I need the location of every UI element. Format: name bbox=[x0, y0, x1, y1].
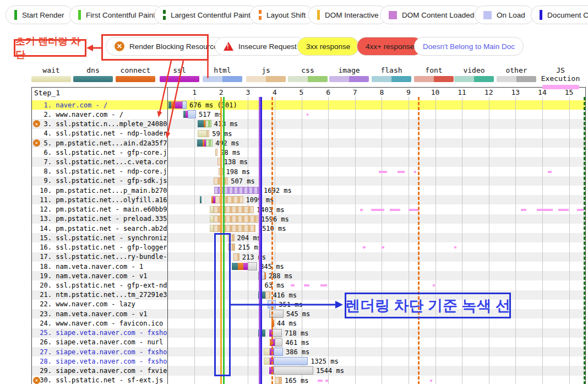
phase-legend-swatch bbox=[372, 76, 411, 82]
badge-insecure-request[interactable]: Insecure Request bbox=[215, 37, 306, 56]
request-row-26[interactable]: 26. siape.veta.naver.com - nurl461 ms bbox=[32, 338, 585, 347]
badge-3xx-response[interactable]: 3xx response bbox=[297, 37, 359, 56]
badge-3xx-label: 3xx response bbox=[306, 42, 350, 51]
request-row-9[interactable]: 9. ssl.pstatic.net - gfp-sdk.js507 ms bbox=[32, 176, 585, 186]
request-url[interactable]: 19. nam.veta.naver.com - v1 bbox=[32, 271, 167, 280]
request-url[interactable]: 21. ntm.pstatic.net...tm_27291e35193e.js bbox=[32, 290, 167, 300]
request-row-18[interactable]: 18. nam.veta.naver.com - 1845 ms bbox=[32, 262, 585, 271]
request-url[interactable]: 27. siape.veta.naver.com - fxshow bbox=[32, 347, 167, 356]
js-execution-mark bbox=[371, 209, 384, 211]
request-row-16[interactable]: 16. ssl.pstatic.net - gfp-logger.js215 m… bbox=[32, 242, 585, 252]
request-row-25[interactable]: 25. siape.veta.naver.com - fxshow718 ms bbox=[32, 328, 585, 338]
metric-pill-on-load[interactable]: On Load bbox=[475, 6, 534, 24]
request-row-13[interactable]: 13. pm.pstatic.net - preload.33507660.js… bbox=[32, 214, 585, 224]
request-row-3[interactable]: 3. ssl.pstatic.n...mplete_240801.css413 … bbox=[32, 119, 585, 128]
request-url[interactable]: 8. ssl.pstatic.net - ndp-core.js bbox=[32, 167, 167, 176]
request-row-17[interactable]: 17. ssl.pstatic.net...ry-bundle-1.0.1.js… bbox=[32, 252, 585, 262]
request-url[interactable]: 30. ssl.pstatic.net - sf-ext.js bbox=[32, 376, 167, 384]
document-complete-line bbox=[260, 97, 262, 384]
request-row-5[interactable]: 5. pm.pstatic.net...ain.d2a35f78.css492 … bbox=[32, 138, 585, 148]
request-url[interactable]: 9. ssl.pstatic.net - gfp-sdk.js bbox=[32, 176, 167, 186]
request-url[interactable]: 17. ssl.pstatic.net...ry-bundle-1.0.1.js bbox=[32, 252, 167, 262]
metric-pill-layout-shift[interactable]: Layout Shift bbox=[250, 6, 314, 24]
request-url[interactable]: 4. ssl.pstatic.net - ndp-loader.js bbox=[32, 129, 167, 138]
request-row-24[interactable]: 24. www.naver.com - favicon.ico44 ms bbox=[32, 318, 585, 328]
request-url[interactable]: 26. siape.veta.naver.com - nurl bbox=[32, 338, 167, 347]
js-execution-mark bbox=[360, 209, 363, 211]
request-number: 14. bbox=[32, 225, 52, 232]
request-row-15[interactable]: 15. ssl.pstatic.net - synchronizer.js204… bbox=[32, 233, 585, 242]
request-row-27[interactable]: 27. siape.veta.naver.com - fxshow386 ms bbox=[32, 347, 585, 356]
request-url[interactable]: 5. pm.pstatic.net...ain.d2a35f78.css bbox=[32, 138, 167, 148]
request-row-28[interactable]: 28. siape.veta.naver.com - fxshow1325 ms bbox=[32, 356, 585, 366]
badge-not-main-doc[interactable]: Doesn't Belong to Main Doc bbox=[414, 37, 524, 56]
phase-legend-font: font bbox=[414, 66, 454, 82]
request-url[interactable]: 25. siape.veta.naver.com - fxshow bbox=[32, 328, 167, 338]
request-row-4[interactable]: 4. ssl.pstatic.net - ndp-loader.js59 ms bbox=[32, 129, 585, 138]
metric-pill-dom-content-loaded[interactable]: DOM Content Loaded bbox=[380, 6, 483, 24]
request-url-text: pm.pstatic.net - search.ab2d8d96.js bbox=[52, 225, 167, 232]
request-url[interactable]: 16. ssl.pstatic.net - gfp-logger.js bbox=[32, 242, 167, 252]
metric-pill-document-com[interactable]: Document Com bbox=[531, 6, 588, 24]
request-url[interactable]: 24. www.naver.com - favicon.ico bbox=[32, 318, 167, 328]
bar-segment-otherbox bbox=[274, 366, 313, 375]
phase-legend-label: wait bbox=[31, 66, 71, 74]
request-url[interactable]: 18. nam.veta.naver.com - 1 bbox=[32, 262, 167, 271]
request-url[interactable]: 1. naver.com - / bbox=[32, 100, 167, 110]
request-url[interactable]: 12. pm.pstatic.net - main.e60bb91f.js bbox=[32, 205, 167, 214]
time-tick-14: 14 bbox=[534, 88, 551, 96]
request-row-11[interactable]: 11. pm.pstatic.net...olyfill.a163af38.js… bbox=[32, 195, 585, 204]
request-row-10[interactable]: 10. pm.pstatic.net...p_main.b27083b1.png… bbox=[32, 186, 585, 195]
request-row-7[interactable]: 7. ssl.pstatic.net...c.veta.core.min.js1… bbox=[32, 157, 585, 166]
request-url-text: ssl.pstatic.net...ry-bundle-1.0.1.js bbox=[52, 253, 167, 261]
metric-pill-largest-contentful-paint[interactable]: Largest Contentful Paint bbox=[154, 6, 259, 24]
request-url[interactable]: 6. ssl.pstatic.net - gfp-core.js bbox=[32, 148, 167, 157]
request-row-2[interactable]: 2. www.naver.com - /517 ms bbox=[32, 110, 585, 119]
start-render-icon bbox=[14, 10, 17, 20]
request-url[interactable]: 20. ssl.pstatic.net - gfp-ext-nda.js bbox=[32, 280, 167, 290]
red-arrow-left-head bbox=[86, 45, 93, 51]
request-url[interactable]: 2. www.naver.com - / bbox=[32, 110, 167, 119]
metric-pill-start-render[interactable]: Start Render bbox=[6, 6, 73, 24]
request-url[interactable]: 22. www.naver.com - lazy bbox=[32, 300, 167, 309]
request-url[interactable]: 15. ssl.pstatic.net - synchronizer.js bbox=[32, 233, 167, 242]
request-url[interactable]: 7. ssl.pstatic.net...c.veta.core.min.js bbox=[32, 157, 167, 166]
request-url[interactable]: 14. pm.pstatic.net - search.ab2d8d96.js bbox=[32, 224, 167, 233]
js-execution-mark bbox=[363, 246, 366, 248]
request-row-29[interactable]: 29. siape.veta.naver.com - fxview1544 ms bbox=[32, 366, 585, 375]
request-url[interactable]: 23. nam.veta.naver.com - v1 bbox=[32, 309, 167, 318]
request-row-30[interactable]: 30. ssl.pstatic.net - sf-ext.js165 ms bbox=[32, 376, 585, 384]
request-url[interactable]: 28. siape.veta.naver.com - fxshow bbox=[32, 356, 167, 366]
request-url[interactable]: 10. pm.pstatic.net...p_main.b27083b1.png bbox=[32, 186, 167, 195]
request-row-8[interactable]: 8. ssl.pstatic.net - ndp-core.js198 ms bbox=[32, 167, 585, 176]
phase-legend-flash: flash bbox=[372, 66, 411, 82]
request-row-19[interactable]: 19. nam.veta.naver.com - v1288 ms bbox=[32, 271, 585, 280]
phase-legend-swatch bbox=[116, 76, 155, 82]
layout-shift-line bbox=[418, 97, 420, 384]
request-number: 6. bbox=[32, 149, 52, 156]
request-url[interactable]: 11. pm.pstatic.net...olyfill.a163af38.js bbox=[32, 195, 167, 204]
document-com-icon bbox=[540, 10, 542, 20]
request-url[interactable]: 13. pm.pstatic.net - preload.33507660.js bbox=[32, 214, 167, 224]
bar-segment-connect bbox=[238, 263, 243, 270]
request-url-text: siape.veta.naver.com - nurl bbox=[52, 338, 163, 346]
phase-legend-wait: wait bbox=[31, 66, 71, 82]
request-time-label: 63 ms bbox=[265, 282, 285, 289]
request-row-1[interactable]: 1. naver.com - /676 ms (301) bbox=[32, 100, 585, 110]
bar-segment-otherbox bbox=[275, 338, 283, 347]
request-row-14[interactable]: 14. pm.pstatic.net - search.ab2d8d96.js1… bbox=[32, 224, 585, 233]
request-row-6[interactable]: 6. ssl.pstatic.net - gfp-core.js98 ms bbox=[32, 148, 585, 157]
metric-pill-first-contentful-paint[interactable]: First Contentful Paint bbox=[69, 6, 164, 24]
annotation-green-line-text: 렌더링 차단 기준 녹색 선 bbox=[345, 296, 510, 316]
request-url[interactable]: 29. siape.veta.naver.com - fxview bbox=[32, 366, 167, 375]
waterfall-chart[interactable]: Step_1 1234567891011121314151. naver.com… bbox=[31, 87, 586, 384]
phase-legend-label: dns bbox=[73, 66, 113, 74]
request-url-text: naver.com - / bbox=[52, 101, 107, 109]
request-url[interactable]: 3. ssl.pstatic.n...mplete_240801.css bbox=[32, 119, 167, 128]
metric-pill-dom-interactive[interactable]: DOM Interactive bbox=[308, 6, 388, 24]
request-row-20[interactable]: 20. ssl.pstatic.net - gfp-ext-nda.js63 m… bbox=[32, 280, 585, 290]
request-number: 13. bbox=[32, 215, 52, 223]
badge-4xx-response[interactable]: 4xx+ response bbox=[357, 37, 423, 56]
request-row-12[interactable]: 12. pm.pstatic.net - main.e60bb91f.js140… bbox=[32, 205, 585, 214]
bar-segment-dns bbox=[232, 263, 238, 270]
